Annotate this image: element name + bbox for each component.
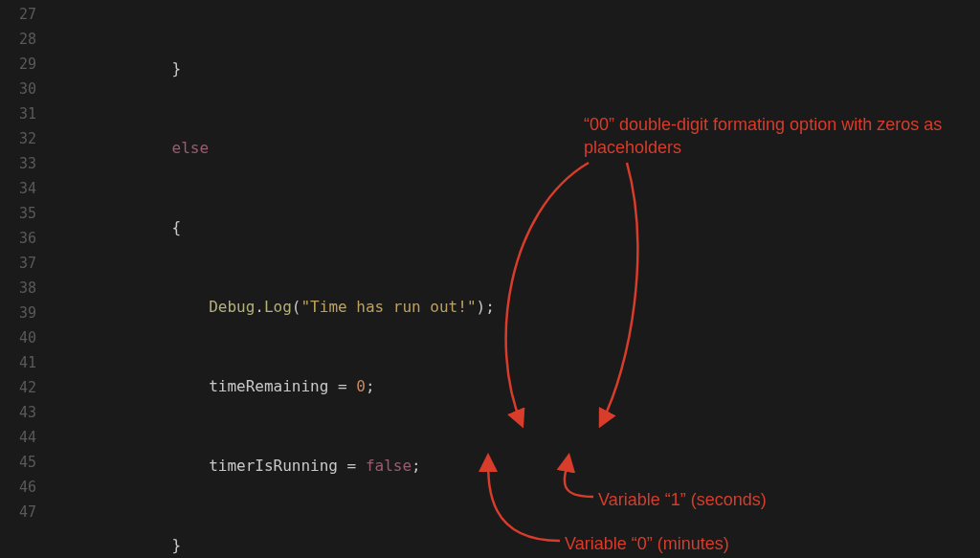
line-number: 38 xyxy=(0,276,36,301)
line-number: 44 xyxy=(0,425,36,450)
code-line[interactable]: } xyxy=(48,533,980,558)
line-number: 41 xyxy=(0,350,36,375)
code-line[interactable]: { xyxy=(48,215,980,240)
line-number-gutter: 27 28 29 30 31 32 33 34 35 36 37 38 39 4… xyxy=(0,0,48,558)
line-number: 40 xyxy=(0,325,36,350)
code-line[interactable]: } xyxy=(48,56,980,81)
code-line[interactable]: else xyxy=(48,136,980,161)
line-number: 47 xyxy=(0,500,36,525)
line-number: 32 xyxy=(0,126,36,151)
line-number: 42 xyxy=(0,375,36,400)
code-line[interactable]: Debug.Log("Time has run out!"); xyxy=(48,295,980,320)
line-number: 34 xyxy=(0,176,36,201)
code-line[interactable]: timeRemaining = 0; xyxy=(48,374,980,399)
line-number: 45 xyxy=(0,450,36,475)
line-number: 46 xyxy=(0,475,36,500)
code-line[interactable]: timerIsRunning = false; xyxy=(48,454,980,479)
code-area[interactable]: } else { Debug.Log("Time has run out!");… xyxy=(48,0,980,558)
line-number: 31 xyxy=(0,101,36,126)
line-number: 29 xyxy=(0,52,36,77)
line-number: 36 xyxy=(0,226,36,251)
line-number: 27 xyxy=(0,2,36,27)
line-number: 35 xyxy=(0,201,36,226)
code-editor[interactable]: 27 28 29 30 31 32 33 34 35 36 37 38 39 4… xyxy=(0,0,980,558)
line-number: 28 xyxy=(0,27,36,52)
line-number: 30 xyxy=(0,77,36,101)
line-number: 43 xyxy=(0,400,36,425)
line-number: 37 xyxy=(0,251,36,276)
line-number: 39 xyxy=(0,301,36,325)
line-number: 33 xyxy=(0,151,36,176)
